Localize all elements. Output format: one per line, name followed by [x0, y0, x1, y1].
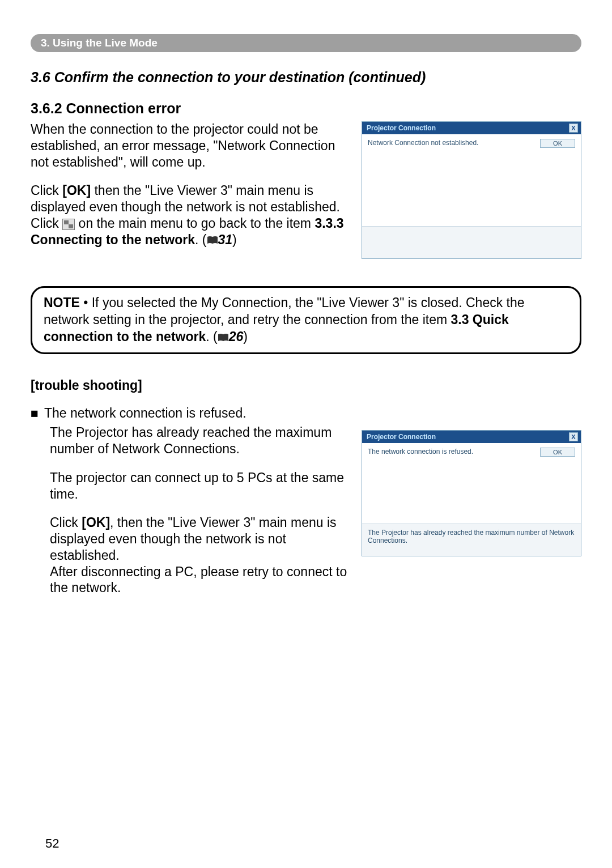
paragraph-2: Click [OK] then the "Live Viewer 3" main… [31, 182, 350, 248]
dialog2-title: Projector Connection [367, 433, 436, 441]
close-icon[interactable]: X [569, 124, 578, 133]
trouble-p2: The projector can connect up to 5 PCs at… [50, 470, 350, 503]
section-title: 3.6 Confirm the connection to your desti… [31, 69, 581, 86]
dialog-connection-error: Projector Connection X Network Connectio… [362, 121, 581, 259]
trouble-p3-a: Click [50, 515, 82, 530]
note-text-b: . ( [206, 329, 217, 344]
note-text-c: ) [243, 329, 248, 344]
note-box: NOTE • If you selected the My Connection… [31, 286, 581, 354]
para2-d: . ( [195, 232, 206, 247]
dialog2-titlebar: Projector Connection X [362, 431, 581, 443]
trouble-p3: Click [OK], then the "Live Viewer 3" mai… [50, 514, 350, 563]
dialog1-title: Projector Connection [367, 124, 436, 132]
note-label: NOTE [44, 295, 80, 310]
book-icon [218, 333, 229, 342]
para2-c: on the main menu to go back to the item [75, 216, 314, 231]
page-ref-26: 26 [229, 329, 244, 344]
ok-ref-2: [OK] [82, 515, 110, 530]
trouble-shooting-title: [trouble shooting] [31, 378, 581, 393]
dialog1-message: Network Connection not established. [368, 139, 478, 147]
dialog1-titlebar: Projector Connection X [362, 122, 581, 134]
close-icon[interactable]: X [569, 432, 578, 441]
chapter-bar: 3. Using the Live Mode [31, 34, 581, 52]
para2-a: Click [31, 183, 62, 198]
para2-e: ) [232, 232, 237, 247]
dialog1-footer [362, 226, 581, 258]
paragraph-1: When the connection to the projector cou… [31, 121, 350, 170]
page-ref-31: 31 [218, 232, 233, 247]
dialog2-message: The network connection is refused. [368, 448, 473, 456]
trouble-bullet: The network connection is refused. [44, 406, 246, 422]
ok-button[interactable]: OK [540, 139, 575, 148]
page-number: 52 [45, 836, 59, 851]
ok-ref: [OK] [62, 183, 91, 198]
chapter-label: 3. Using the Live Mode [41, 37, 158, 49]
dialog2-footer: The Projector has already reached the ma… [362, 524, 581, 556]
subsection-title: 3.6.2 Connection error [31, 100, 581, 117]
book-icon [207, 236, 218, 245]
ok-button[interactable]: OK [540, 448, 575, 457]
trouble-p1: The Projector has already reached the ma… [50, 424, 350, 457]
connect-icon [62, 219, 75, 230]
trouble-p4: After disconnecting a PC, please retry t… [50, 564, 350, 597]
bullet-icon: ■ [31, 406, 39, 422]
dialog-connection-refused: Projector Connection X The network conne… [362, 430, 581, 556]
trouble-bullet-row: ■ The network connection is refused. [31, 406, 581, 422]
